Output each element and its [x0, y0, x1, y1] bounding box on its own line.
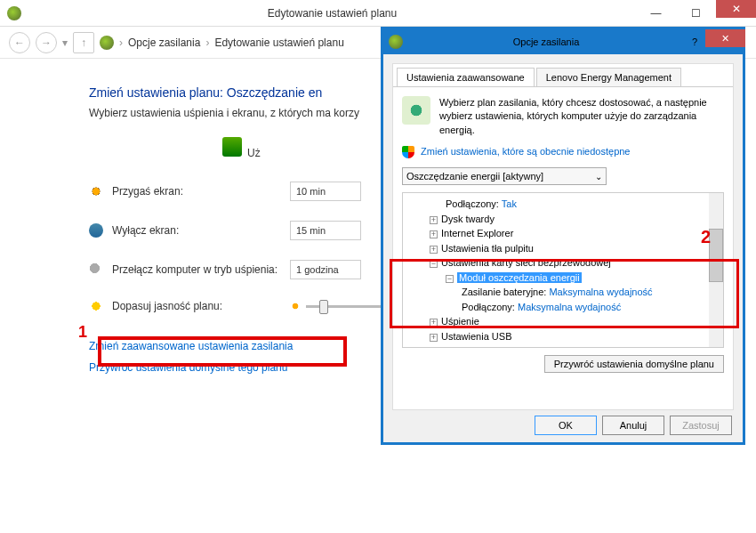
nav-dropdown-icon[interactable]: ▾	[62, 36, 68, 49]
sun-small-icon	[290, 301, 301, 311]
tab-advanced[interactable]: Ustawienia zaawansowane	[397, 68, 535, 86]
apply-button[interactable]: Zastosuj	[670, 416, 732, 435]
restore-defaults-button[interactable]: Przywróć ustawienia domyślne planu	[544, 355, 724, 373]
moon-icon	[89, 262, 103, 277]
tree-node-ie[interactable]: +Internet Explorer	[405, 226, 721, 241]
tree-value: Tak	[502, 198, 517, 209]
annotation-box-1	[98, 336, 347, 367]
sleep-select[interactable]: 1 godzina	[290, 260, 361, 279]
annotation-box-2	[390, 259, 739, 328]
admin-unlock-link[interactable]: Zmień ustawienia, które są obecnie niedo…	[421, 146, 630, 157]
dim-icon	[89, 184, 103, 198]
ok-button[interactable]: OK	[535, 416, 597, 435]
breadcrumb-item-2[interactable]: Edytowanie ustawień planu	[214, 36, 343, 49]
tree-label: Dysk twardy	[441, 214, 495, 224]
expand-icon[interactable]: +	[430, 246, 438, 254]
chevron-down-icon: ⌄	[595, 172, 602, 182]
tree-label: Podłączony:	[446, 198, 499, 209]
tree-label: Ustawienia USB	[441, 331, 511, 342]
dialog-icon	[389, 35, 403, 49]
titlebar: Edytowanie ustawień planu — ☐ ✕	[0, 0, 756, 27]
dialog-body: Ustawienia zaawansowane Lenovo Energy Ma…	[392, 63, 734, 410]
column-header: Uż	[247, 147, 261, 159]
app-icon	[7, 6, 21, 20]
nav-back-icon[interactable]: ←	[9, 32, 30, 53]
help-button[interactable]: ?	[684, 36, 705, 47]
dim-label: Przygaś ekran:	[112, 185, 290, 198]
chevron-right-icon: ›	[119, 36, 123, 49]
sun-icon	[89, 299, 103, 313]
tree-node-wallpaper[interactable]: +Ustawienia tła pulpitu	[405, 241, 721, 256]
monitor-icon	[89, 223, 103, 238]
cancel-button[interactable]: Anuluj	[602, 416, 664, 435]
dim-select[interactable]: 10 min	[290, 182, 361, 201]
dialog-titlebar: Opcje zasilania ? ✕	[383, 29, 743, 54]
expand-icon[interactable]: +	[430, 334, 438, 342]
breadcrumb-item-1[interactable]: Opcje zasilania	[128, 36, 200, 49]
tree-node-usb[interactable]: +Ustawienia USB	[405, 329, 721, 344]
tree-label: Internet Explorer	[441, 228, 513, 238]
off-value: 15 min	[296, 225, 326, 236]
chevron-right-icon: ›	[205, 36, 209, 49]
tree-node-hdd[interactable]: +Dysk twardy	[405, 212, 721, 227]
off-label: Wyłącz ekran:	[112, 224, 290, 237]
annotation-label-2: 2	[701, 227, 711, 247]
minimize-button[interactable]: —	[636, 4, 676, 22]
dialog-buttons: OK Anuluj Zastosuj	[535, 416, 732, 435]
expand-icon[interactable]: +	[430, 216, 438, 224]
restore-row: Przywróć ustawienia domyślne planu	[393, 348, 733, 380]
expand-icon[interactable]: +	[430, 230, 438, 238]
plan-select[interactable]: Oszczędzanie energii [aktywny] ⌄	[402, 167, 607, 185]
dialog-close-button[interactable]: ✕	[705, 29, 745, 47]
dim-value: 10 min	[296, 186, 326, 197]
tree-label: Ustawienia tła pulpitu	[441, 243, 534, 254]
annotation-label-1: 1	[78, 323, 87, 342]
breadcrumb-icon	[100, 36, 114, 50]
tree-node-plugged[interactable]: Podłączony: Tak	[405, 197, 721, 212]
bright-label: Dopasuj jasność planu:	[112, 300, 290, 312]
power-plan-icon	[402, 96, 430, 125]
tab-lenovo[interactable]: Lenovo Energy Management	[536, 68, 681, 86]
slider-thumb[interactable]	[319, 300, 328, 314]
window-buttons: — ☐ ✕	[636, 4, 756, 22]
maximize-button[interactable]: ☐	[676, 4, 716, 22]
nav-up-icon[interactable]: ↑	[73, 32, 94, 53]
sleep-value: 1 godzina	[296, 264, 339, 275]
close-button[interactable]: ✕	[716, 0, 756, 18]
sleep-label: Przełącz komputer w tryb uśpienia:	[112, 263, 290, 276]
off-select[interactable]: 15 min	[290, 221, 361, 240]
window-title: Edytowanie ustawień planu	[28, 7, 636, 20]
tabs: Ustawienia zaawansowane Lenovo Energy Ma…	[393, 64, 733, 87]
dialog-title: Opcje zasilania	[408, 36, 684, 47]
description-text: Wybierz plan zasilania, który chcesz dos…	[439, 96, 724, 137]
power-options-dialog: Opcje zasilania ? ✕ Ustawienia zaawansow…	[381, 27, 745, 445]
plan-select-value: Oszczędzanie energii [aktywny]	[406, 171, 543, 182]
shield-icon	[402, 146, 414, 158]
brightness-slider[interactable]	[290, 301, 395, 311]
nav-forward-icon[interactable]: →	[36, 32, 57, 53]
description-row: Wybierz plan zasilania, który chcesz dos…	[393, 87, 733, 146]
battery-icon	[222, 137, 242, 157]
